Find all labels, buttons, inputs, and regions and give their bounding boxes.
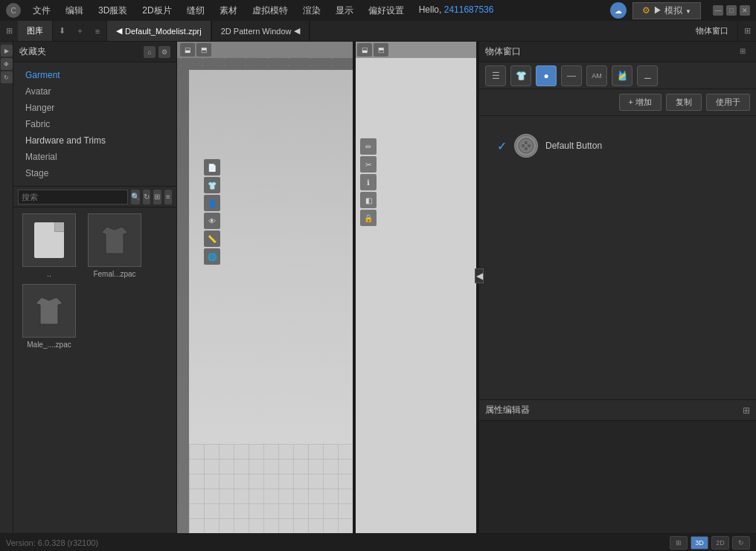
vp-icon-globe[interactable]: 🌐 xyxy=(204,248,220,265)
close-button[interactable]: ✕ xyxy=(740,5,750,16)
apply-button[interactable]: 使用于 xyxy=(706,94,750,111)
lib-icon-home[interactable]: ⌂ xyxy=(144,46,156,58)
search-icon[interactable]: 🔍 xyxy=(131,190,140,204)
pat-btn-2[interactable]: ⬒ xyxy=(374,43,388,57)
status-3d-btn[interactable]: 3D xyxy=(691,536,708,550)
status-refresh-btn[interactable]: ↻ xyxy=(732,536,750,550)
add-button[interactable]: + 增加 xyxy=(619,94,662,111)
pat-icon-lock[interactable]: 🔒 xyxy=(360,210,377,226)
mode-icon-fabric[interactable]: 🎽 xyxy=(612,65,632,86)
pat-icon-view[interactable]: ◧ xyxy=(360,192,377,208)
pattern-tab-arrow: ◀ xyxy=(294,26,300,36)
category-hanger[interactable]: Hanger xyxy=(13,100,176,116)
splitter-pattern-property[interactable] xyxy=(476,42,479,533)
minimize-button[interactable]: — xyxy=(713,5,723,16)
library-download-icon[interactable]: ⬇ xyxy=(53,21,71,41)
tab-library[interactable]: 图库 xyxy=(18,21,53,41)
library-panel: 收藏夹 ⌂ ⚙ Garment Avatar Hanger Fabric Har… xyxy=(13,42,177,533)
menu-3d-garment[interactable]: 3D服装 xyxy=(92,3,133,19)
svg-point-5 xyxy=(525,147,528,150)
vp-icon-document[interactable]: 📄 xyxy=(204,159,220,175)
tool-move[interactable]: ✥ xyxy=(1,58,13,70)
category-fabric[interactable]: Fabric xyxy=(13,116,176,132)
refresh-icon[interactable]: ↻ xyxy=(143,190,150,204)
pattern-icon-column: ✏ ✂ ℹ ◧ 🔒 xyxy=(360,138,377,226)
grid-floor xyxy=(189,444,353,533)
viewport-left-icons: 📄 👕 👤 👁 📏 🌐 xyxy=(204,159,220,265)
category-stage[interactable]: Stage xyxy=(13,165,176,181)
tab-file[interactable]: ◀ Default_Modelist.zprj xyxy=(107,21,211,41)
category-material[interactable]: Material xyxy=(13,149,176,165)
item-label-0: .. xyxy=(19,270,79,278)
tool-select[interactable]: ▶ xyxy=(1,45,13,57)
menu-material[interactable]: 素材 xyxy=(214,3,243,19)
mode-icon-bars[interactable]: ⚊ xyxy=(637,65,658,86)
svg-point-7 xyxy=(528,144,531,147)
tab-bar: ⊞ 图库 ⬇ ＋ ≡ ◀ Default_Modelist.zprj 2D Pa… xyxy=(0,21,756,42)
library-header: 收藏夹 ⌂ ⚙ xyxy=(13,42,176,62)
tool-rotate[interactable]: ↻ xyxy=(1,71,13,83)
check-icon: ✓ xyxy=(497,139,507,153)
status-bar: Version: 6.0.328 (r32100) ⊞ 3D 2D ↻ xyxy=(0,533,756,551)
grid-view-icon[interactable]: ⊞ xyxy=(153,190,161,204)
vp-icon-measure[interactable]: 📏 xyxy=(204,231,220,247)
mode-icon-am[interactable]: AM xyxy=(586,65,607,86)
menu-preferences[interactable]: 偏好设置 xyxy=(362,3,410,19)
version-text: Version: 6.0.328 (r32100) xyxy=(6,538,98,547)
property-expand-icon[interactable]: ⊞ xyxy=(738,21,756,41)
copy-button[interactable]: 复制 xyxy=(666,94,702,111)
property-panel-expand[interactable]: ⊞ xyxy=(740,47,750,57)
splitter-viewport-pattern[interactable] xyxy=(353,42,356,533)
svg-marker-0 xyxy=(101,227,128,254)
list-item[interactable]: .. xyxy=(19,213,79,278)
vp-icon-eye[interactable]: 👁 xyxy=(204,213,220,229)
attribute-editor: 属性编辑器 ⊞ xyxy=(479,399,756,533)
attr-expand-icon[interactable]: ⊞ xyxy=(743,405,750,416)
simulate-button[interactable]: ⚙ ▶ 模拟 xyxy=(632,2,701,19)
menu-display[interactable]: 显示 xyxy=(330,3,359,19)
category-hardware[interactable]: Hardware and Trims xyxy=(13,132,176,149)
mode-icon-circle[interactable]: ● xyxy=(536,65,557,86)
category-avatar[interactable]: Avatar xyxy=(13,83,176,100)
vp-icon-garment[interactable]: 👕 xyxy=(204,177,220,193)
item-thumbnail-1 xyxy=(88,213,141,267)
right-panel-toggle[interactable]: ◀ xyxy=(475,268,484,283)
lib-icon-settings[interactable]: ⚙ xyxy=(158,46,170,58)
tab-property[interactable]: 物体窗口 xyxy=(687,21,738,41)
vp-icon-avatar[interactable]: 👤 xyxy=(204,195,220,211)
property-panel-title: 物体窗口 xyxy=(485,45,521,58)
property-panel-header: 物体窗口 ⊞ xyxy=(479,42,756,62)
status-2d-btn[interactable]: 2D xyxy=(711,536,729,550)
status-grid-btn[interactable]: ⊞ xyxy=(670,536,688,550)
menu-stitch[interactable]: 缝纫 xyxy=(181,3,211,19)
pat-btn-1[interactable]: ⬓ xyxy=(357,43,372,57)
search-input[interactable] xyxy=(18,190,128,204)
cloud-button[interactable]: ☁ xyxy=(610,2,627,19)
library-add-icon[interactable]: ＋ xyxy=(71,21,89,41)
pat-icon-info[interactable]: ℹ xyxy=(360,174,377,190)
category-nav: Garment Avatar Hanger Fabric Hardware an… xyxy=(13,62,176,187)
mode-icon-dash[interactable]: — xyxy=(561,65,582,86)
list-item[interactable]: Male_....zpac xyxy=(19,284,79,349)
list-view-icon[interactable]: ≡ xyxy=(164,190,172,204)
folder-icon xyxy=(34,222,64,258)
pat-icon-pen[interactable]: ✏ xyxy=(360,138,377,155)
mode-icon-list[interactable]: ☰ xyxy=(485,65,506,86)
attribute-editor-header: 属性编辑器 ⊞ xyxy=(479,400,756,421)
library-toolbar: 🔍 ↻ ⊞ ≡ xyxy=(13,187,176,207)
menu-2d-pattern[interactable]: 2D板片 xyxy=(136,3,177,19)
tab-2d-pattern[interactable]: 2D Pattern Window ◀ xyxy=(212,21,310,41)
menu-render[interactable]: 渲染 xyxy=(297,3,327,19)
maximize-button[interactable]: □ xyxy=(726,5,737,16)
category-garment[interactable]: Garment xyxy=(13,67,176,83)
list-item[interactable]: Femal...zpac xyxy=(85,213,144,278)
left-toolstrip: ▶ ✥ ↻ xyxy=(0,42,13,533)
mode-icon-garment[interactable]: 👕 xyxy=(510,65,531,86)
object-item-default-button[interactable]: ✓ Default Button xyxy=(491,128,744,164)
menu-file[interactable]: 文件 xyxy=(27,3,57,19)
library-more-icon[interactable]: ≡ xyxy=(89,21,106,41)
pat-icon-cut[interactable]: ✂ xyxy=(360,156,377,173)
library-expand-icon[interactable]: ⊞ xyxy=(0,21,18,41)
menu-avatar[interactable]: 虚拟模特 xyxy=(246,3,294,19)
menu-edit[interactable]: 编辑 xyxy=(60,3,89,19)
